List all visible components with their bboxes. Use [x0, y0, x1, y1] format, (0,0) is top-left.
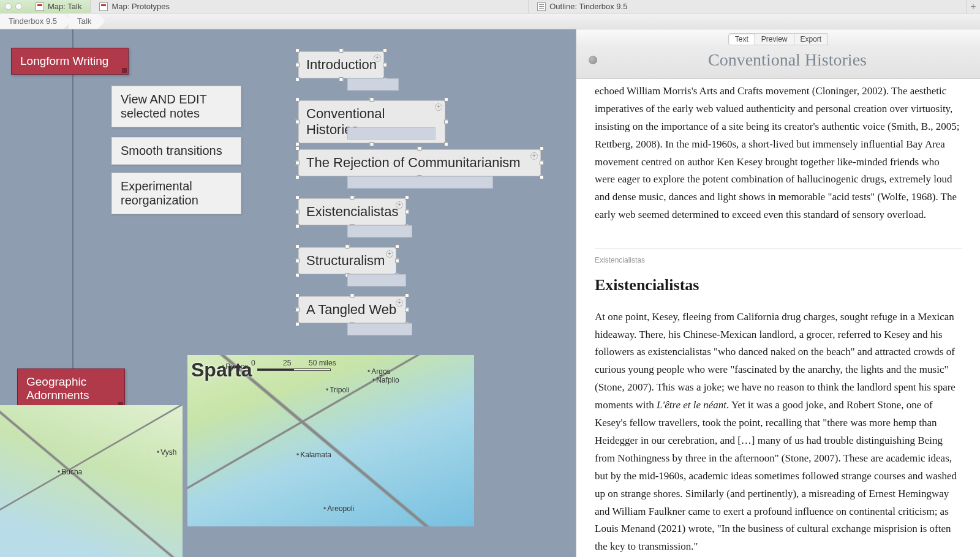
segment-export[interactable]: Export: [794, 33, 829, 45]
map-adornment-greece[interactable]: Sparta 0 25 50 miles PyrgosArgosNafplioT…: [187, 355, 474, 526]
resize-handle[interactable]: [295, 244, 300, 249]
resize-handle[interactable]: [295, 224, 300, 228]
crumb-end: [103, 13, 127, 29]
resize-handle[interactable]: [295, 293, 300, 297]
expand-icon[interactable]: +: [386, 250, 393, 258]
scale-mid: 25: [283, 359, 291, 367]
add-tab-button[interactable]: +: [967, 0, 980, 13]
note-experimental-reorg[interactable]: Experimental reorganization: [111, 173, 241, 214]
view-mode-segment: Text Preview Export: [576, 29, 980, 47]
resize-handle[interactable]: [295, 308, 300, 312]
resize-handle[interactable]: [295, 175, 300, 179]
resize-handle-icon[interactable]: [122, 68, 127, 73]
note-geographic-adornments[interactable]: Geographic Adornments: [17, 368, 125, 409]
selected-note[interactable]: A Tangled Web+: [298, 296, 406, 323]
segment-text[interactable]: Text: [728, 33, 755, 45]
resize-handle[interactable]: [444, 142, 448, 146]
expand-icon[interactable]: +: [374, 54, 381, 62]
resize-handle[interactable]: [383, 48, 387, 53]
resize-handle[interactable]: [540, 146, 544, 151]
selected-note[interactable]: Existencialistas+: [298, 198, 406, 225]
resize-handle[interactable]: [444, 120, 448, 124]
note-view-edit[interactable]: View AND EDIT selected notes: [111, 86, 241, 127]
expand-icon[interactable]: +: [396, 299, 403, 307]
resize-handle[interactable]: [295, 146, 300, 151]
minimize-window-icon[interactable]: [15, 3, 22, 10]
segment-preview[interactable]: Preview: [755, 33, 794, 45]
note-badge-icon[interactable]: [589, 56, 597, 64]
resize-handle[interactable]: [540, 175, 544, 179]
map-city-label: Kalamata: [296, 450, 331, 459]
resize-handle[interactable]: [444, 97, 448, 102]
close-window-icon[interactable]: [5, 3, 12, 10]
resize-handle[interactable]: [370, 97, 374, 102]
tab-outline[interactable]: Outline: Tinderbox 9.5: [529, 0, 967, 13]
resize-handle[interactable]: [405, 308, 409, 312]
resize-handle[interactable]: [295, 97, 300, 102]
text-run: echoed William Morris's Arts and Crafts …: [595, 85, 960, 220]
resize-handle[interactable]: [295, 120, 300, 124]
map-city-label: Tripoli: [326, 386, 349, 394]
resize-handle[interactable]: [383, 63, 387, 67]
expand-icon[interactable]: +: [396, 201, 403, 209]
note-longform-writing[interactable]: Longform Writing: [11, 48, 129, 75]
tab-bar: Map: Talk Map: Prototypes Outline: Tinde…: [0, 0, 980, 13]
selected-note[interactable]: Introduction+: [298, 51, 384, 78]
resize-handle[interactable]: [339, 77, 344, 81]
resize-handle[interactable]: [295, 63, 300, 67]
resize-handle[interactable]: [295, 273, 300, 277]
note-label: Geographic Adornments: [26, 375, 89, 402]
selected-note[interactable]: The Rejection of Communitarianism+: [298, 149, 541, 176]
map-roads: [0, 405, 183, 557]
resize-handle[interactable]: [295, 322, 300, 326]
resize-handle[interactable]: [405, 293, 409, 297]
resize-handle[interactable]: [295, 161, 300, 165]
paragraph[interactable]: echoed William Morris's Arts and Crafts …: [595, 83, 962, 224]
tab-map-prototypes[interactable]: Map: Prototypes: [91, 0, 529, 13]
resize-handle[interactable]: [345, 244, 350, 249]
map-adornment-ukraine[interactable]: VyshBucha: [0, 405, 183, 557]
tab-label: Map: Prototypes: [111, 2, 170, 11]
tab-label: Map: Talk: [48, 2, 81, 11]
document-title[interactable]: Conventional Histories: [607, 50, 968, 70]
tab-label: Outline: Tinderbox 9.5: [549, 2, 627, 11]
note-smooth-transitions[interactable]: Smooth transitions: [111, 137, 241, 165]
tab-map-talk[interactable]: Map: Talk: [27, 0, 91, 13]
resize-handle[interactable]: [295, 142, 300, 146]
resize-handle[interactable]: [350, 195, 355, 200]
expand-icon[interactable]: +: [435, 103, 442, 111]
resize-handle[interactable]: [370, 142, 374, 146]
resize-handle[interactable]: [350, 293, 355, 297]
resize-handle[interactable]: [395, 244, 399, 249]
resize-handle[interactable]: [418, 146, 422, 151]
resize-handle[interactable]: [295, 210, 300, 214]
note-label: Existencialistas: [306, 204, 398, 219]
resize-handle[interactable]: [405, 210, 409, 214]
document-title-row: Conventional Histories: [576, 47, 980, 79]
note-label: Introduction: [306, 57, 377, 72]
paragraph[interactable]: At one point, Kesey, fleeing from Califo…: [595, 308, 962, 556]
crumb-root[interactable]: Tinderbox 9.5: [0, 13, 71, 29]
resize-handle[interactable]: [295, 77, 300, 81]
text-run: . Yet it was a good joke, and Robert Sto…: [595, 399, 957, 552]
resize-handle[interactable]: [295, 48, 300, 53]
resize-handle[interactable]: [295, 259, 300, 263]
resize-handle[interactable]: [295, 195, 300, 200]
resize-handle[interactable]: [395, 259, 399, 263]
expand-icon[interactable]: +: [530, 152, 538, 160]
map-city-label: Nafplio: [372, 376, 399, 384]
map-scale-bar: [257, 368, 331, 371]
text-run-italic: L'être et le néant: [657, 399, 726, 411]
selected-note[interactable]: Structuralism+: [298, 247, 396, 274]
scale-zero: 0: [251, 359, 255, 367]
crumb-current[interactable]: Talk: [69, 13, 105, 29]
map-city-label: Areopoli: [323, 504, 354, 513]
map-view[interactable]: Longform Writing Geographic Adornments V…: [0, 29, 576, 557]
note-label: Experimental reorganization: [121, 179, 198, 207]
resize-handle[interactable]: [540, 161, 544, 165]
map-city-label: Vysh: [157, 448, 176, 457]
document-body[interactable]: echoed William Morris's Arts and Crafts …: [576, 79, 980, 557]
resize-handle[interactable]: [339, 48, 344, 53]
note-label: Longform Writing: [20, 54, 108, 67]
resize-handle[interactable]: [405, 195, 409, 200]
